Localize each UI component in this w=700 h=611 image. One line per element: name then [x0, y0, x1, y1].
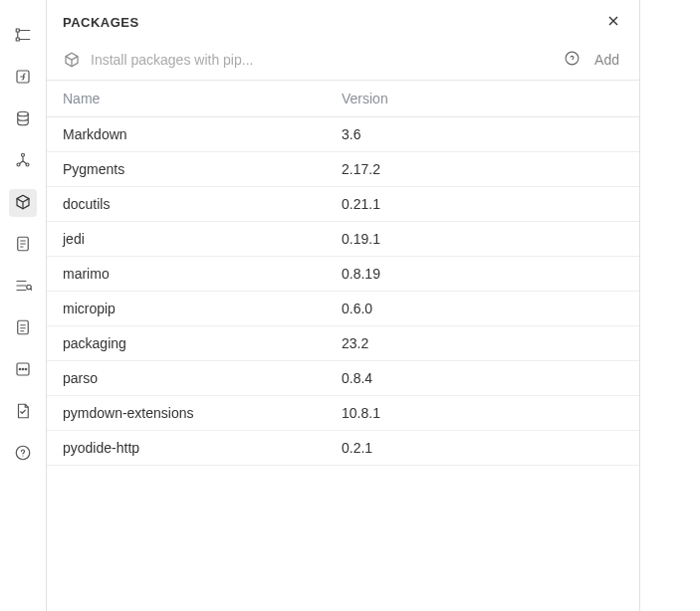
graph-icon [14, 151, 32, 172]
package-name: Markdown [63, 126, 342, 142]
sidebar-item-feedback[interactable] [9, 440, 37, 468]
feedback-icon [14, 444, 32, 465]
column-header-version[interactable]: Version [342, 91, 623, 106]
right-gutter [640, 0, 700, 611]
package-version: 0.8.19 [342, 266, 623, 282]
sidebar [0, 0, 46, 611]
help-icon [564, 50, 581, 70]
table-header: Name Version [47, 81, 639, 117]
package-name: Pygments [63, 161, 342, 177]
sidebar-item-scratchpad[interactable] [9, 231, 37, 259]
add-button[interactable]: Add [590, 52, 623, 68]
svg-point-1 [18, 111, 29, 116]
table-row[interactable]: packaging23.2 [47, 326, 639, 361]
package-version: 0.2.1 [342, 440, 623, 456]
package-name: docutils [63, 196, 342, 212]
package-name: marimo [63, 266, 342, 282]
package-table: Name Version Markdown3.6Pygments2.17.2do… [47, 80, 639, 611]
package-version: 0.21.1 [342, 196, 623, 212]
table-row[interactable]: pyodide-http0.2.1 [47, 431, 639, 466]
sidebar-item-file-tree[interactable] [9, 22, 37, 50]
package-version: 2.17.2 [342, 161, 623, 177]
docs-icon [14, 402, 32, 423]
package-search-icon [63, 51, 81, 69]
package-icon [14, 193, 32, 214]
package-name: pyodide-http [63, 440, 342, 456]
package-version: 0.19.1 [342, 231, 623, 247]
packages-panel: PACKAGES Add Name Version [46, 0, 640, 611]
sidebar-item-docs[interactable] [9, 398, 37, 426]
sidebar-item-package[interactable] [9, 189, 37, 217]
package-version: 23.2 [342, 335, 623, 351]
package-name: micropip [63, 301, 342, 316]
search-row: Add [47, 44, 639, 80]
table-row[interactable]: docutils0.21.1 [47, 187, 639, 222]
panel-title: PACKAGES [63, 15, 139, 30]
table-row[interactable]: parso0.8.4 [47, 361, 639, 396]
snippets-icon [14, 318, 32, 339]
table-row[interactable]: jedi0.19.1 [47, 222, 639, 257]
svg-point-11 [25, 368, 27, 370]
database-icon [14, 109, 32, 130]
table-row[interactable]: Pygments2.17.2 [47, 152, 639, 187]
sidebar-item-code-block[interactable] [9, 356, 37, 384]
file-tree-icon [14, 26, 32, 47]
close-icon [605, 13, 621, 32]
svg-point-13 [566, 52, 579, 65]
package-version: 0.6.0 [342, 301, 623, 316]
column-header-name[interactable]: Name [63, 91, 342, 106]
outline-icon [14, 277, 32, 298]
sidebar-item-outline[interactable] [9, 273, 37, 301]
package-version: 0.8.4 [342, 370, 623, 386]
sidebar-item-database[interactable] [9, 105, 37, 133]
svg-rect-7 [18, 320, 29, 334]
table-row[interactable]: marimo0.8.19 [47, 257, 639, 292]
svg-point-9 [19, 368, 21, 370]
sidebar-item-graph[interactable] [9, 147, 37, 175]
table-row[interactable]: micropip0.6.0 [47, 292, 639, 326]
panel-header: PACKAGES [47, 0, 639, 44]
package-name: parso [63, 370, 342, 386]
close-button[interactable] [603, 12, 623, 32]
sidebar-item-function[interactable] [9, 64, 37, 92]
package-version: 10.8.1 [342, 405, 623, 421]
package-name: jedi [63, 231, 342, 247]
scratchpad-icon [14, 235, 32, 256]
package-version: 3.6 [342, 126, 623, 142]
help-button[interactable] [564, 50, 581, 70]
package-name: packaging [63, 335, 342, 351]
package-name: pymdown-extensions [63, 405, 342, 421]
table-row[interactable]: pymdown-extensions10.8.1 [47, 396, 639, 431]
sidebar-item-snippets[interactable] [9, 314, 37, 342]
table-row[interactable]: Markdown3.6 [47, 117, 639, 152]
code-block-icon [14, 360, 32, 381]
package-search-input[interactable] [91, 52, 554, 68]
table-body: Markdown3.6Pygments2.17.2docutils0.21.1j… [47, 117, 639, 466]
function-icon [14, 68, 32, 89]
svg-point-10 [22, 368, 24, 370]
